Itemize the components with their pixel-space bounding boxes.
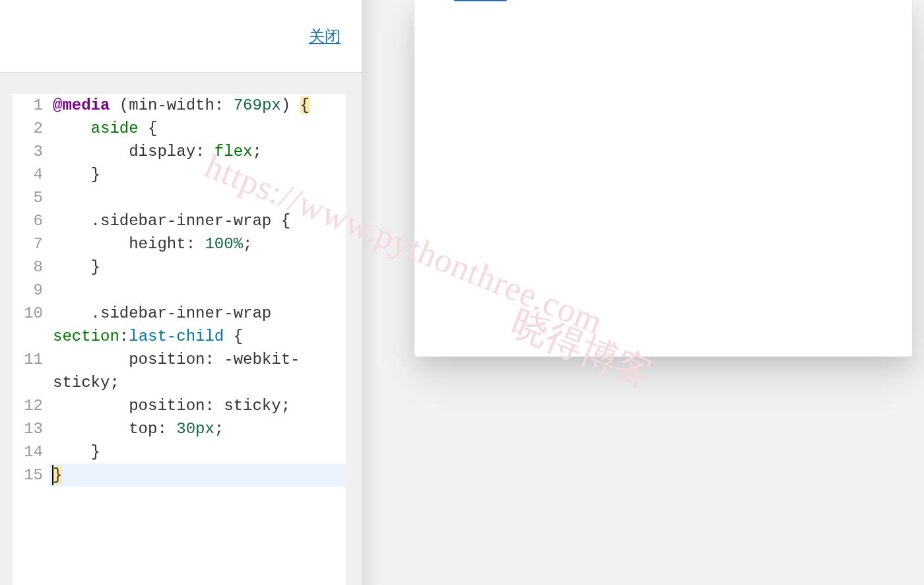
preview-card: [414, 0, 912, 357]
preview-panel: [363, 0, 924, 585]
scrollbar-rail[interactable]: [363, 0, 379, 585]
panel-header: 关闭: [0, 0, 362, 73]
editor-container: 123456789101112131415 @media (min-width:…: [0, 73, 362, 585]
line-number-gutter: 123456789101112131415: [12, 94, 49, 585]
code-editor[interactable]: 123456789101112131415 @media (min-width:…: [12, 94, 346, 585]
active-tab-indicator: [454, 0, 507, 1]
code-area[interactable]: @media (min-width: 769px) { aside { disp…: [49, 94, 346, 585]
left-panel: 关闭 123456789101112131415 @media (min-wid…: [0, 0, 363, 585]
close-link[interactable]: 关闭: [309, 26, 341, 47]
